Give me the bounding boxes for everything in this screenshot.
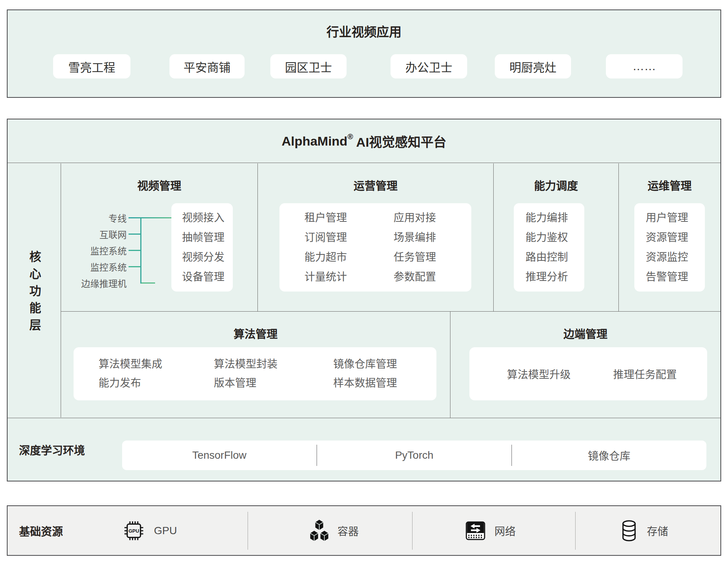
app-chip-yuanqu: 园区卫士 [270,54,347,78]
resource-label: 网络 [494,523,516,538]
operations-item: 计量统计 [304,271,347,283]
algorithm-item: 算法模型集成 [99,358,162,370]
edge-management-box: 算法模型升级 推理任务配置 [469,347,707,400]
app-chip-pingan: 平安商铺 [169,54,245,78]
vertical-divider [575,512,576,550]
om-item: 资源监控 [646,251,705,263]
algorithm-management-box: 算法模型集成 能力发布 算法模型封装 版本管理 镜像仓库管理 样本数据管理 [74,347,436,400]
module-capability-scheduling: 能力调度 能力编排 能力鉴权 路由控制 推理分析 [493,163,618,311]
dl-environment-row: 深度学习环境 TensorFlow PyTorch 镜像仓库 [8,418,720,481]
operations-item: 租户管理 [304,212,347,224]
platform-title: AlphaMind® AI视觉感知平台 [8,119,720,163]
platform-panel: AlphaMind® AI视觉感知平台 核心功能层 视频管理 专线 互联网 监控… [7,119,721,481]
video-management-box: 视频接入 抽帧管理 视频分发 设备管理 [171,203,233,292]
om-item: 用户管理 [646,212,705,224]
storage-icon [619,519,639,543]
video-management-title: 视频管理 [61,177,257,193]
base-resources-panel: 基础资源 GPU GPU [7,505,721,556]
resource-storage: 存储 [619,506,668,555]
capability-item: 能力编排 [526,212,584,224]
platform-brand: AlphaMind [282,134,348,149]
resource-label: 容器 [337,523,359,538]
capability-scheduling-box: 能力编排 能力鉴权 路由控制 推理分析 [514,203,584,292]
edge-item: 算法模型升级 [507,347,571,400]
industry-apps-title: 行业视频应用 [8,25,720,40]
capability-item: 路由控制 [526,251,584,263]
operations-management-box: 租户管理 订阅管理 能力超市 计量统计 应用对接 场景编排 任务管理 参数配置 [279,203,471,292]
core-layer-label: 核心功能层 [26,251,43,336]
om-item: 资源管理 [646,232,705,244]
operations-item: 订阅管理 [304,232,347,244]
resource-gpu: GPU GPU [121,506,177,555]
dl-environment-label: 深度学习环境 [19,418,85,481]
operations-item: 任务管理 [394,251,436,263]
edge-item: 推理任务配置 [613,347,677,400]
resource-container: 容器 [309,506,359,555]
platform-title-rest: AI视觉感知平台 [353,132,446,151]
container-icon [309,520,330,542]
video-source-label: 边缘推理机 [81,275,127,291]
dl-env-registry: 镜像仓库 [512,448,706,463]
algorithm-item: 版本管理 [214,377,278,389]
core-layer-sidebar: 核心功能层 [8,163,61,417]
bottom-modules-row: 算法管理 算法模型集成 能力发布 算法模型封装 版本管理 镜像仓库管理 样本数据… [61,311,720,418]
gpu-icon: GPU [121,518,146,543]
dl-environment-box: TensorFlow PyTorch 镜像仓库 [122,441,706,470]
dl-env-pytorch: PyTorch [317,449,511,461]
capability-item: 能力鉴权 [526,232,584,244]
ops-maintenance-title: 运维管理 [619,177,720,193]
app-chip-xueliang: 雪亮工程 [53,54,130,78]
operations-management-title: 运营管理 [258,177,493,193]
app-chip-bangong: 办公卫士 [391,54,467,78]
video-item: 视频分发 [182,251,233,263]
capability-item: 推理分析 [526,271,584,283]
vertical-divider [248,512,248,550]
operations-item: 参数配置 [394,271,436,283]
video-item: 设备管理 [182,271,233,283]
resource-label: 存储 [647,523,668,538]
resource-label: GPU [154,525,177,537]
algorithm-item: 算法模型封装 [214,358,278,370]
vertical-divider [412,512,413,550]
module-ops-maintenance: 运维管理 用户管理 资源管理 资源监控 告警管理 [618,163,720,311]
operations-item: 应用对接 [394,212,436,224]
algorithm-item: 样本数据管理 [333,377,397,389]
base-resources-label: 基础资源 [19,506,63,555]
network-icon [464,519,487,542]
algorithm-item: 能力发布 [99,377,162,389]
operations-item: 场景编排 [394,232,436,244]
registered-mark: ® [347,132,353,141]
edge-management-title: 边端管理 [450,325,720,341]
video-source-list: 专线 互联网 监控系统 监控系统 边缘推理机 [61,210,127,291]
algorithm-management-title: 算法管理 [61,325,450,341]
om-item: 告警管理 [646,271,705,283]
ops-maintenance-box: 用户管理 资源管理 资源监控 告警管理 [634,203,705,292]
module-edge-management: 边端管理 算法模型升级 推理任务配置 [450,312,720,418]
capability-scheduling-title: 能力调度 [494,177,618,193]
operations-item: 能力超市 [304,251,347,263]
app-chip-more: …… [606,54,682,78]
module-operations-management: 运营管理 租户管理 订阅管理 能力超市 计量统计 应用对接 场景编排 任务管理 … [257,163,493,311]
video-source-label: 专线 [108,210,127,226]
resource-network: 网络 [464,506,516,555]
module-algorithm-management: 算法管理 算法模型集成 能力发布 算法模型封装 版本管理 镜像仓库管理 样本数据… [61,312,450,418]
video-source-label: 监控系统 [90,242,127,259]
algorithm-item: 镜像仓库管理 [333,358,397,370]
video-item: 视频接入 [182,212,233,224]
module-video-management: 视频管理 专线 互联网 监控系统 监控系统 边缘推理机 视频接入 抽帧管理 [61,163,257,311]
gpu-chip-text: GPU [129,528,139,533]
dl-env-tensorflow: TensorFlow [122,449,317,461]
video-source-label: 互联网 [99,226,127,242]
app-chip-mingchu: 明厨亮灶 [495,54,571,78]
video-source-label: 监控系统 [90,259,127,275]
video-item: 抽帧管理 [182,232,233,244]
industry-apps-panel: 行业视频应用 雪亮工程 平安商铺 园区卫士 办公卫士 明厨亮灶 …… [7,9,721,98]
